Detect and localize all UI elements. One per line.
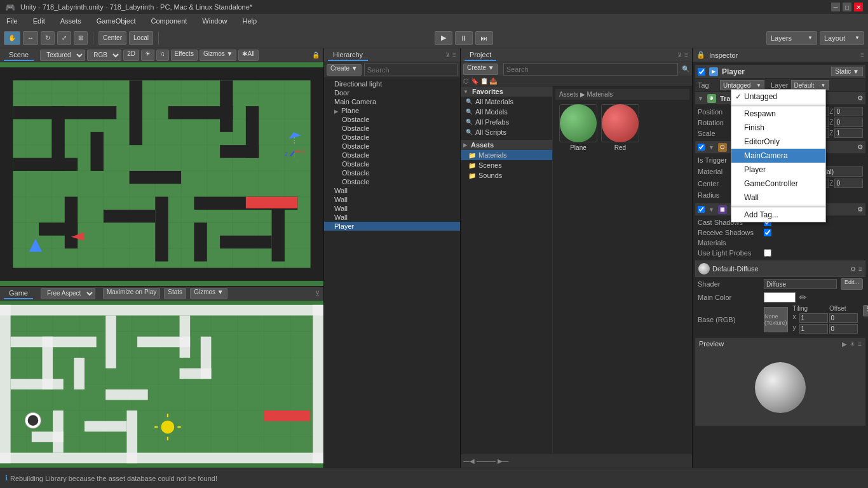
hierarchy-search[interactable] xyxy=(364,64,458,76)
lock-icon[interactable]: 🔒 xyxy=(312,51,320,58)
maximize-button[interactable]: □ xyxy=(843,3,851,11)
static-toggle[interactable]: Static ▼ xyxy=(831,67,863,76)
edit-shader-btn[interactable]: Edit... xyxy=(841,278,863,290)
maximize-on-play-btn[interactable]: Maximize on Play xyxy=(103,288,160,299)
project-menu-icon[interactable]: ≡ xyxy=(684,51,688,58)
local-button[interactable]: Local xyxy=(129,31,153,45)
tag-wall[interactable]: Wall xyxy=(731,191,825,205)
menu-assets[interactable]: Assets xyxy=(57,16,85,26)
toggle-audio[interactable]: ♫ xyxy=(156,50,169,61)
stats-btn[interactable]: Stats xyxy=(164,288,186,299)
all-button[interactable]: ✱All xyxy=(238,50,258,61)
play-button[interactable]: ▶ xyxy=(435,31,452,45)
project-search[interactable] xyxy=(503,63,678,76)
pivot-center-button[interactable]: Center xyxy=(98,31,126,45)
asset-plane[interactable]: Plane xyxy=(559,104,597,151)
search-all-materials[interactable]: 🔍 All Materials xyxy=(461,97,552,107)
menu-file[interactable]: File xyxy=(3,16,22,26)
hier-item-obstacle-6[interactable]: Obstacle xyxy=(324,159,460,168)
tag-respawn[interactable]: Respawn xyxy=(731,107,825,121)
tag-untagged[interactable]: ✓ Untagged xyxy=(731,90,825,104)
preview-play-icon[interactable]: ▶ xyxy=(842,341,847,348)
tab-project[interactable]: Project xyxy=(465,50,496,61)
hierarchy-lock-icon[interactable]: ⊻ xyxy=(445,51,450,58)
asset-red[interactable]: Red xyxy=(601,104,639,151)
project-create-btn[interactable]: Create ▼ xyxy=(463,64,498,75)
hier-item-wall-3[interactable]: Wall xyxy=(324,204,460,213)
player-active-checkbox[interactable] xyxy=(698,68,705,76)
menu-help[interactable]: Help xyxy=(238,16,261,26)
game-gizmos-btn[interactable]: Gizmos ▼ xyxy=(190,288,227,299)
inspector-lock-icon[interactable]: 🔒 xyxy=(696,51,705,59)
textured-dropdown[interactable]: Textured xyxy=(40,50,85,61)
minimize-button[interactable]: ─ xyxy=(831,3,840,11)
folder-sounds[interactable]: 📁 Sounds xyxy=(461,170,552,180)
hier-item-obstacle-7[interactable]: Obstacle xyxy=(324,168,460,177)
tag-main-camera[interactable]: MainCamera xyxy=(731,149,825,163)
scene-viewport[interactable]: X Y Z xyxy=(0,62,323,286)
x-tiling-field[interactable] xyxy=(799,313,828,323)
gizmos-button[interactable]: Gizmos ▼ xyxy=(200,50,237,61)
x-offset-field[interactable] xyxy=(829,313,858,323)
sphere-collider-checkbox[interactable] xyxy=(698,144,705,151)
mesh-renderer-checkbox[interactable] xyxy=(698,206,705,213)
hier-item-wall-4[interactable]: Wall xyxy=(324,213,460,222)
hierarchy-create-btn[interactable]: Create ▼ xyxy=(327,64,362,76)
aspect-dropdown[interactable]: Free Aspect xyxy=(41,288,95,299)
toggle-2d[interactable]: 2D xyxy=(123,50,139,61)
center-z-field[interactable] xyxy=(834,179,863,188)
select-btn[interactable]: Select xyxy=(863,305,868,316)
shader-dropdown[interactable]: Diffuse xyxy=(764,279,837,289)
diffuse-settings-icon[interactable]: ⚙ xyxy=(850,266,856,273)
folder-materials[interactable]: 📁 Materials xyxy=(461,150,552,160)
hier-item-obstacle-8[interactable]: Obstacle xyxy=(324,177,460,186)
color-picker-icon[interactable]: ✏ xyxy=(799,292,807,302)
tool-translate[interactable]: ↔ xyxy=(23,31,38,45)
preview-more-icon[interactable]: ≡ xyxy=(858,341,862,348)
hier-item-obstacle-3[interactable]: Obstacle xyxy=(324,133,460,142)
main-color-swatch[interactable] xyxy=(764,292,796,302)
tab-scene[interactable]: Scene xyxy=(4,50,34,61)
hier-item-door[interactable]: Door xyxy=(324,88,460,97)
inspector-menu-icon[interactable]: ≡ xyxy=(860,51,864,58)
receive-shadows-checkbox[interactable] xyxy=(764,229,771,236)
pause-button[interactable]: ⏸ xyxy=(455,31,473,45)
y-offset-field[interactable] xyxy=(829,324,858,334)
tag-editor-only[interactable]: EditorOnly xyxy=(731,135,825,149)
tag-game-controller[interactable]: GameController xyxy=(731,177,825,191)
hier-item-wall-1[interactable]: Wall xyxy=(324,186,460,195)
toggle-lighting[interactable]: ☀ xyxy=(141,50,154,61)
hier-item-plane[interactable]: ▶ Plane xyxy=(324,106,460,115)
texture-slot[interactable]: None (Texture) xyxy=(764,307,788,332)
rgb-dropdown[interactable]: RGB xyxy=(87,50,121,61)
layers-dropdown[interactable]: Layers ▼ xyxy=(766,31,817,45)
tool-hand[interactable]: ✋ xyxy=(4,31,20,45)
tag-add-tag[interactable]: Add Tag... xyxy=(731,208,825,222)
hier-item-obstacle-2[interactable]: Obstacle xyxy=(324,124,460,133)
menu-window[interactable]: Window xyxy=(198,16,231,26)
hier-item-obstacle-5[interactable]: Obstacle xyxy=(324,151,460,159)
light-probes-checkbox[interactable] xyxy=(764,249,771,257)
renderer-gear-icon[interactable]: ⚙ xyxy=(857,206,863,213)
transform-gear-icon[interactable]: ⚙ xyxy=(857,95,863,102)
search-all-models[interactable]: 🔍 All Models xyxy=(461,107,552,117)
folder-scenes[interactable]: 📁 Scenes xyxy=(461,160,552,170)
hier-item-wall-2[interactable]: Wall xyxy=(324,195,460,204)
preview-sun-icon[interactable]: ☀ xyxy=(850,341,855,348)
tag-finish[interactable]: Finish xyxy=(731,121,825,135)
hier-item-player[interactable]: Player xyxy=(324,222,460,231)
game-lock-icon[interactable]: ⊻ xyxy=(315,290,320,297)
hierarchy-menu-icon[interactable]: ≡ xyxy=(452,51,456,58)
layout-dropdown[interactable]: Layout ▼ xyxy=(820,31,864,45)
hier-item-obstacle-4[interactable]: Obstacle xyxy=(324,142,460,151)
tool-scale[interactable]: ⤢ xyxy=(57,31,71,45)
collider-gear-icon[interactable]: ⚙ xyxy=(857,144,863,151)
tool-rotate[interactable]: ↻ xyxy=(41,31,55,45)
tool-rect[interactable]: ⊞ xyxy=(74,31,88,45)
window-controls[interactable]: ─ □ ✕ xyxy=(831,3,863,11)
menu-component[interactable]: Component xyxy=(147,16,191,26)
scale-z-field[interactable] xyxy=(834,128,863,138)
menu-gameobject[interactable]: GameObject xyxy=(93,16,140,26)
search-all-scripts[interactable]: 🔍 All Scripts xyxy=(461,127,552,137)
rot-z-field[interactable] xyxy=(834,118,863,127)
